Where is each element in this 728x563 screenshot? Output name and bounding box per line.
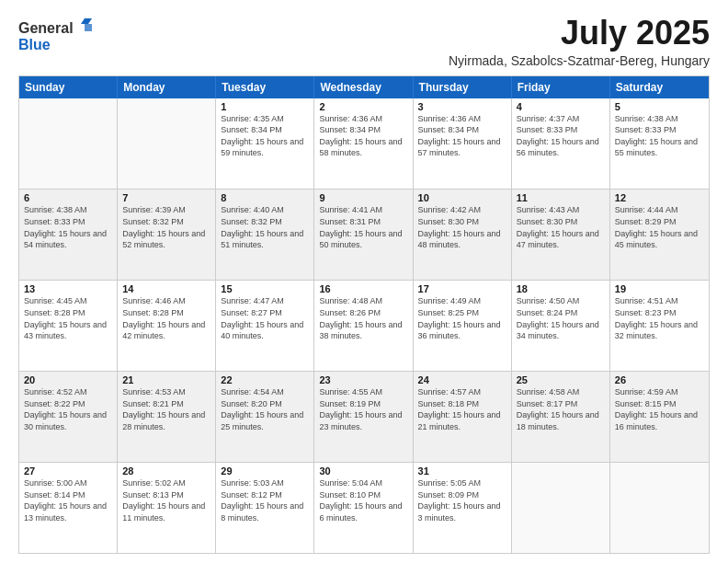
day-number: 12: [615, 192, 704, 203]
day-number: 10: [418, 192, 506, 203]
day-23: 23Sunrise: 4:55 AM Sunset: 8:19 PM Dayli…: [314, 372, 413, 462]
day-16: 16Sunrise: 4:48 AM Sunset: 8:26 PM Dayli…: [314, 281, 413, 371]
day-number: 7: [122, 192, 210, 203]
day-number: 24: [418, 374, 506, 385]
day-info: Sunrise: 4:51 AM Sunset: 8:23 PM Dayligh…: [615, 295, 704, 341]
day-5: 5Sunrise: 4:38 AM Sunset: 8:33 PM Daylig…: [610, 98, 709, 190]
day-of-week-thursday: Thursday: [414, 76, 512, 98]
day-7: 7Sunrise: 4:39 AM Sunset: 8:32 PM Daylig…: [118, 190, 216, 280]
day-26: 26Sunrise: 4:59 AM Sunset: 8:15 PM Dayli…: [610, 372, 709, 462]
day-number: 18: [517, 283, 605, 294]
day-number: 13: [24, 283, 112, 294]
day-29: 29Sunrise: 5:03 AM Sunset: 8:12 PM Dayli…: [216, 463, 314, 553]
day-number: 4: [517, 101, 605, 112]
day-info: Sunrise: 4:54 AM Sunset: 8:20 PM Dayligh…: [221, 386, 309, 432]
calendar-header: SundayMondayTuesdayWednesdayThursdayFrid…: [19, 76, 709, 98]
calendar-body: 1Sunrise: 4:35 AM Sunset: 8:34 PM Daylig…: [19, 98, 709, 553]
day-25: 25Sunrise: 4:58 AM Sunset: 8:17 PM Dayli…: [512, 372, 610, 462]
day-info: Sunrise: 5:05 AM Sunset: 8:09 PM Dayligh…: [418, 477, 506, 523]
day-18: 18Sunrise: 4:50 AM Sunset: 8:24 PM Dayli…: [512, 281, 610, 371]
day-number: 31: [418, 465, 506, 477]
day-number: 11: [517, 192, 605, 203]
day-info: Sunrise: 4:55 AM Sunset: 8:19 PM Dayligh…: [319, 386, 407, 432]
day-27: 27Sunrise: 5:00 AM Sunset: 8:14 PM Dayli…: [19, 463, 118, 553]
day-6: 6Sunrise: 4:38 AM Sunset: 8:33 PM Daylig…: [19, 190, 118, 280]
day-number: 20: [24, 374, 112, 385]
day-of-week-monday: Monday: [118, 76, 216, 98]
day-info: Sunrise: 5:00 AM Sunset: 8:14 PM Dayligh…: [24, 477, 112, 523]
day-info: Sunrise: 4:35 AM Sunset: 8:34 PM Dayligh…: [221, 113, 309, 159]
day-info: Sunrise: 4:41 AM Sunset: 8:31 PM Dayligh…: [319, 204, 407, 250]
day-of-week-friday: Friday: [512, 76, 610, 98]
day-28: 28Sunrise: 5:02 AM Sunset: 8:13 PM Dayli…: [118, 463, 216, 553]
svg-text:Blue: Blue: [18, 37, 51, 52]
day-info: Sunrise: 4:52 AM Sunset: 8:22 PM Dayligh…: [24, 386, 112, 432]
day-info: Sunrise: 4:48 AM Sunset: 8:26 PM Dayligh…: [319, 295, 407, 341]
day-30: 30Sunrise: 5:04 AM Sunset: 8:10 PM Dayli…: [314, 463, 413, 553]
day-1: 1Sunrise: 4:35 AM Sunset: 8:34 PM Daylig…: [216, 98, 314, 190]
day-info: Sunrise: 4:45 AM Sunset: 8:28 PM Dayligh…: [24, 295, 112, 341]
day-8: 8Sunrise: 4:40 AM Sunset: 8:32 PM Daylig…: [216, 190, 314, 280]
logo-icon: General Blue: [18, 15, 92, 55]
day-number: 15: [221, 283, 309, 294]
page: General Blue July 2025 Nyirmada, Szabolc…: [0, 0, 728, 563]
day-info: Sunrise: 4:38 AM Sunset: 8:33 PM Dayligh…: [24, 204, 112, 250]
day-number: 5: [615, 101, 704, 112]
day-13: 13Sunrise: 4:45 AM Sunset: 8:28 PM Dayli…: [19, 281, 118, 371]
day-number: 16: [319, 283, 407, 294]
day-17: 17Sunrise: 4:49 AM Sunset: 8:25 PM Dayli…: [414, 281, 512, 371]
day-24: 24Sunrise: 4:57 AM Sunset: 8:18 PM Dayli…: [414, 372, 512, 462]
day-info: Sunrise: 4:59 AM Sunset: 8:15 PM Dayligh…: [615, 386, 704, 432]
day-4: 4Sunrise: 4:37 AM Sunset: 8:33 PM Daylig…: [512, 98, 610, 190]
day-of-week-saturday: Saturday: [610, 76, 709, 98]
day-number: 17: [418, 283, 506, 294]
day-empty: [118, 98, 216, 190]
day-20: 20Sunrise: 4:52 AM Sunset: 8:22 PM Dayli…: [19, 372, 118, 462]
day-number: 25: [517, 374, 605, 385]
day-31: 31Sunrise: 5:05 AM Sunset: 8:09 PM Dayli…: [414, 463, 512, 553]
logo: General Blue: [18, 15, 92, 57]
day-number: 2: [319, 101, 407, 112]
day-info: Sunrise: 4:43 AM Sunset: 8:30 PM Dayligh…: [517, 204, 605, 250]
day-info: Sunrise: 4:50 AM Sunset: 8:24 PM Dayligh…: [517, 295, 605, 341]
day-number: 29: [221, 465, 309, 477]
day-info: Sunrise: 5:04 AM Sunset: 8:10 PM Dayligh…: [319, 477, 407, 523]
week-row-2: 13Sunrise: 4:45 AM Sunset: 8:28 PM Dayli…: [19, 280, 709, 371]
day-number: 6: [24, 192, 112, 203]
day-number: 8: [221, 192, 309, 203]
day-info: Sunrise: 4:36 AM Sunset: 8:34 PM Dayligh…: [418, 113, 506, 159]
week-row-1: 6Sunrise: 4:38 AM Sunset: 8:33 PM Daylig…: [19, 189, 709, 280]
day-number: 27: [24, 465, 112, 477]
day-empty: [512, 463, 610, 553]
day-21: 21Sunrise: 4:53 AM Sunset: 8:21 PM Dayli…: [118, 372, 216, 462]
week-row-4: 27Sunrise: 5:00 AM Sunset: 8:14 PM Dayli…: [19, 462, 709, 553]
day-number: 1: [221, 101, 309, 112]
day-2: 2Sunrise: 4:36 AM Sunset: 8:34 PM Daylig…: [314, 98, 413, 190]
day-number: 14: [122, 283, 210, 294]
day-number: 22: [221, 374, 309, 385]
day-info: Sunrise: 4:37 AM Sunset: 8:33 PM Dayligh…: [517, 113, 605, 159]
day-info: Sunrise: 4:38 AM Sunset: 8:33 PM Dayligh…: [615, 113, 704, 159]
day-number: 21: [122, 374, 210, 385]
day-of-week-tuesday: Tuesday: [216, 76, 314, 98]
day-10: 10Sunrise: 4:42 AM Sunset: 8:30 PM Dayli…: [414, 190, 512, 280]
calendar: SundayMondayTuesdayWednesdayThursdayFrid…: [18, 75, 710, 554]
day-15: 15Sunrise: 4:47 AM Sunset: 8:27 PM Dayli…: [216, 281, 314, 371]
day-9: 9Sunrise: 4:41 AM Sunset: 8:31 PM Daylig…: [314, 190, 413, 280]
svg-text:General: General: [18, 20, 74, 36]
day-info: Sunrise: 4:49 AM Sunset: 8:25 PM Dayligh…: [418, 295, 506, 341]
day-empty: [19, 98, 118, 190]
day-info: Sunrise: 4:44 AM Sunset: 8:29 PM Dayligh…: [615, 204, 704, 250]
day-info: Sunrise: 5:03 AM Sunset: 8:12 PM Dayligh…: [221, 477, 309, 523]
day-number: 30: [319, 465, 407, 477]
day-12: 12Sunrise: 4:44 AM Sunset: 8:29 PM Dayli…: [610, 190, 709, 280]
day-11: 11Sunrise: 4:43 AM Sunset: 8:30 PM Dayli…: [512, 190, 610, 280]
day-empty: [610, 463, 709, 553]
day-number: 23: [319, 374, 407, 385]
week-row-0: 1Sunrise: 4:35 AM Sunset: 8:34 PM Daylig…: [19, 98, 709, 190]
day-3: 3Sunrise: 4:36 AM Sunset: 8:34 PM Daylig…: [414, 98, 512, 190]
week-row-3: 20Sunrise: 4:52 AM Sunset: 8:22 PM Dayli…: [19, 371, 709, 462]
month-title: July 2025: [449, 15, 710, 52]
day-number: 28: [122, 465, 210, 477]
day-number: 3: [418, 101, 506, 112]
